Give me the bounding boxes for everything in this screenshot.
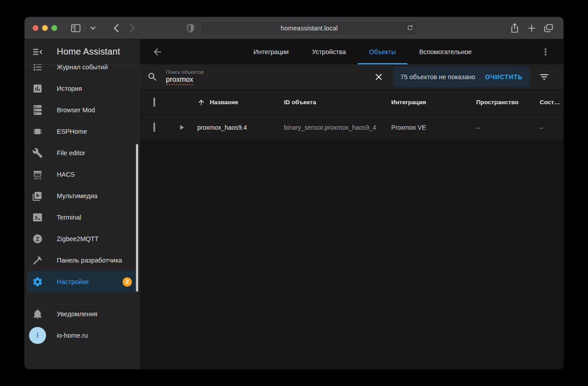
tab-devices[interactable]: Устройства (300, 39, 358, 64)
bell-icon (32, 309, 43, 319)
privacy-shield-icon[interactable] (184, 21, 197, 35)
search-input[interactable]: Поиск объектов proxmox (166, 69, 203, 85)
url-text: homeassistant.local (281, 25, 338, 32)
server-icon (32, 105, 43, 115)
select-all-checkbox[interactable] (153, 98, 155, 107)
sidebar-item-label: Мультимедиа (57, 192, 97, 199)
titlebar-separator (84, 24, 85, 33)
sidebar-item-label: Уведомления (57, 310, 97, 318)
sidebar-item-label: Browser Mod (57, 106, 95, 114)
hidden-entities-banner: 75 объектов не показано ОЧИСТИТЬ (393, 67, 530, 87)
sidebar-item-media[interactable]: Мультимедиа (25, 185, 139, 207)
hammer-icon (32, 255, 43, 266)
sidebar-item-zigbee2mqtt[interactable]: Z Zigbee2MQTT (25, 228, 139, 250)
search-input-value: proxmox (166, 76, 193, 85)
terminal-icon (32, 212, 43, 223)
sidebar-item-label: File editor (57, 149, 85, 157)
search-input-label: Поиск объектов (166, 69, 203, 75)
browser-titlebar: homeassistant.local (25, 17, 563, 39)
clear-search-icon[interactable] (373, 72, 384, 82)
sidebar-item-logbook[interactable]: Журнал событий (25, 64, 139, 78)
sidebar-item-notifications[interactable]: Уведомления (25, 303, 139, 325)
clear-filters-button[interactable]: ОЧИСТИТЬ (485, 73, 523, 81)
user-avatar: i (29, 327, 46, 344)
chevron-down-icon[interactable] (86, 21, 100, 35)
sidebar-item-profile[interactable]: i io-home.ru (25, 325, 139, 346)
sidebar-item-label: Zigbee2MQTT (57, 235, 98, 242)
zigbee-icon: Z (32, 233, 43, 244)
sidebar-scrollbar-thumb[interactable] (136, 144, 138, 292)
search-bar: Поиск объектов proxmox 75 объектов не по… (140, 64, 563, 90)
table-empty-area (140, 140, 563, 369)
cell-entity-name: proxmox_haos9.4 (192, 124, 284, 131)
hacs-store-icon: HACS (32, 169, 43, 180)
svg-text:Z: Z (36, 236, 39, 242)
close-window-button[interactable] (33, 25, 38, 31)
column-header-state[interactable]: Сост… (540, 99, 563, 106)
desktop: homeassistant.local (0, 0, 588, 386)
column-header-integration[interactable]: Интеграция (391, 99, 476, 106)
column-header-entity-id[interactable]: ID объекта (284, 99, 391, 106)
cell-entity-id: binary_sensor.proxmox_haos9_4 (284, 124, 391, 131)
ha-sidebar: Home Assistant Журнал событий История (25, 39, 140, 369)
sidebar-item-terminal[interactable]: Terminal (25, 207, 139, 228)
expand-play-icon (178, 123, 186, 131)
table-header-row: Название ID объекта Интеграция Пространс… (140, 90, 563, 115)
forward-button[interactable] (126, 21, 139, 35)
tab-integrations[interactable]: Интеграции (242, 39, 300, 64)
sidebar-item-hacs[interactable]: HACS HACS (25, 164, 139, 185)
share-icon[interactable] (508, 21, 521, 35)
sidebar-menu: Журнал событий История Browser Mod (25, 64, 139, 304)
row-checkbox[interactable] (153, 123, 155, 132)
minimize-window-button[interactable] (42, 25, 48, 31)
address-bar[interactable]: homeassistant.local (201, 21, 418, 35)
sidebar-item-developer-tools[interactable]: Панель разработчика (25, 250, 139, 271)
chip-icon (32, 126, 43, 137)
sidebar-item-label: Настройки (57, 278, 89, 285)
tab-entities[interactable]: Объекты (358, 39, 408, 64)
sidebar-item-browser-mod[interactable]: Browser Mod (25, 99, 139, 121)
config-tabs: Интеграции Устройства Объекты Вспомогате… (163, 39, 540, 64)
sidebar-item-file-editor[interactable]: File editor (25, 142, 139, 164)
cell-area: – (476, 124, 540, 131)
sidebar-item-label: Панель разработчика (57, 257, 122, 264)
table-row[interactable]: proxmox_haos9.4 binary_sensor.proxmox_ha… (140, 115, 563, 140)
settings-notification-badge: 2 (123, 277, 132, 287)
wrench-icon (32, 148, 43, 158)
sidebar-item-history[interactable]: История (25, 78, 139, 99)
cell-integration: Proxmox VE (391, 124, 476, 131)
sidebar-item-label: ESPHome (57, 128, 87, 135)
history-icon (32, 83, 43, 94)
svg-text:HACS: HACS (34, 177, 41, 180)
sidebar-item-label: HACS (57, 171, 75, 178)
sidebar-collapse-icon[interactable] (32, 47, 43, 57)
logbook-icon (32, 64, 43, 72)
window-controls (33, 25, 57, 31)
sidebar-bottom: Уведомления i io-home.ru (25, 304, 139, 369)
reload-icon[interactable] (406, 24, 414, 32)
browser-sidebar-toggle-icon[interactable] (69, 21, 82, 35)
sidebar-item-label: io-home.ru (57, 332, 88, 339)
sidebar-item-label: Terminal (57, 214, 81, 221)
main-content: Интеграции Устройства Объекты Вспомогате… (140, 39, 563, 369)
search-icon (147, 72, 158, 82)
tab-helpers[interactable]: Вспомогательное (407, 39, 483, 64)
tab-overview-icon[interactable] (542, 21, 555, 35)
cell-state: – (540, 124, 563, 131)
back-button[interactable] (110, 21, 123, 35)
new-tab-icon[interactable] (525, 21, 538, 35)
hidden-entities-text: 75 объектов не показано (400, 73, 475, 81)
row-expander[interactable] (171, 123, 192, 131)
column-header-name[interactable]: Название (192, 98, 284, 106)
sidebar-item-label: Журнал событий (57, 64, 108, 71)
column-header-area[interactable]: Пространство (476, 99, 540, 106)
sidebar-item-label: История (57, 85, 82, 92)
entities-header: Интеграции Устройства Объекты Вспомогате… (140, 39, 563, 64)
fullscreen-window-button[interactable] (51, 25, 57, 31)
sidebar-item-settings[interactable]: Настройки 2 (27, 271, 136, 293)
back-arrow-icon[interactable] (152, 47, 163, 57)
browser-window: homeassistant.local (25, 17, 563, 369)
filter-icon[interactable] (539, 72, 550, 82)
more-options-icon[interactable] (540, 47, 551, 57)
sidebar-item-esphome[interactable]: ESPHome (25, 121, 139, 142)
